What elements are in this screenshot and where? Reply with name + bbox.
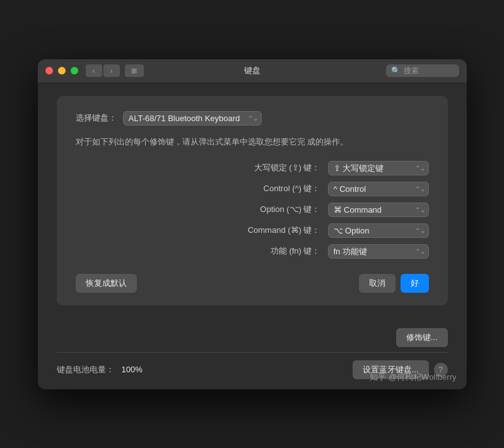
panel-buttons: 恢复成默认 取消 好 (76, 274, 429, 293)
minimize-button[interactable] (58, 67, 66, 74)
search-icon: 🔍 (391, 66, 401, 75)
battery-label: 键盘电池电量： (57, 364, 114, 375)
grid-button[interactable]: ⊞ (125, 64, 144, 77)
caps-lock-select[interactable]: ⇪ 大写锁定键 ⌃ Control ⌥ Option ⌘ Command 无操作 (328, 161, 429, 175)
window-body: 选择键盘： ALT-68/71 Bluetooth Keyboard Inter… (38, 83, 467, 389)
forward-button[interactable]: › (103, 64, 120, 77)
modifier-row-control: Control (^) 键： ⇪ 大写锁定键 ^ Control ⌥ Optio… (76, 182, 429, 196)
caps-lock-label: 大写锁定 (⇪) 键： (232, 162, 320, 174)
control-select[interactable]: ⇪ 大写锁定键 ^ Control ⌥ Option ⌘ Command 无操作 (328, 182, 429, 196)
caps-lock-select-wrapper: ⇪ 大写锁定键 ⌃ Control ⌥ Option ⌘ Command 无操作 (328, 161, 429, 175)
modifier-row-caps: 大写锁定 (⇪) 键： ⇪ 大写锁定键 ⌃ Control ⌥ Option ⌘… (76, 161, 429, 175)
battery-value: 100% (122, 365, 143, 374)
description-text: 对于如下列出的每个修饰键，请从弹出式菜单中选取您想要它完 成的操作。 (76, 136, 429, 148)
fn-select[interactable]: fn 功能键 ⇪ 大写锁定键 ⌃ Control ⌥ Option ⌘ Comm… (328, 244, 429, 259)
command-select-wrapper: ⇪ 大写锁定键 ⌃ Control ⌥ Option ⌘ Command 无操作 (328, 223, 429, 238)
keyboard-selector-row: 选择键盘： ALT-68/71 Bluetooth Keyboard Inter… (76, 111, 429, 126)
modify-keys-button[interactable]: 修饰键... (396, 328, 448, 347)
maximize-button[interactable] (71, 67, 78, 74)
panel-right-buttons: 取消 好 (359, 274, 429, 293)
battery-left: 键盘电池电量： 100% (57, 364, 143, 375)
keyboard-window: ‹ › ⊞ 键盘 🔍 选择键盘： ALT-68/71 Bluetooth Key… (38, 59, 467, 389)
search-input[interactable] (404, 66, 454, 75)
restore-default-button[interactable]: 恢复成默认 (76, 274, 137, 293)
search-bar[interactable]: 🔍 (386, 64, 459, 77)
window-title: 键盘 (244, 65, 261, 76)
modifier-row-fn: 功能 (fn) 键： fn 功能键 ⇪ 大写锁定键 ⌃ Control ⌥ Op… (76, 244, 429, 259)
close-button[interactable] (45, 67, 53, 74)
option-label: Option (⌥) 键： (232, 204, 320, 215)
option-select[interactable]: ⇪ 大写锁定键 ⌃ Control ⌥ Option ⌘ Command 无操作 (328, 203, 429, 217)
control-select-wrapper: ⇪ 大写锁定键 ^ Control ⌥ Option ⌘ Command 无操作 (328, 182, 429, 196)
modifier-row-option: Option (⌥) 键： ⇪ 大写锁定键 ⌃ Control ⌥ Option… (76, 203, 429, 217)
nav-buttons: ‹ › (86, 64, 120, 77)
fn-select-wrapper: fn 功能键 ⇪ 大写锁定键 ⌃ Control ⌥ Option ⌘ Comm… (328, 244, 429, 259)
option-select-wrapper: ⇪ 大写锁定键 ⌃ Control ⌥ Option ⌘ Command 无操作 (328, 203, 429, 217)
watermark: 知乎 @何枸杞Wolfberry (370, 372, 456, 383)
traffic-lights (45, 67, 78, 74)
keyboard-select[interactable]: ALT-68/71 Bluetooth Keyboard Internal Ke… (123, 111, 262, 126)
keyboard-select-wrapper: ALT-68/71 Bluetooth Keyboard Internal Ke… (123, 111, 262, 126)
settings-panel: 选择键盘： ALT-68/71 Bluetooth Keyboard Inter… (57, 96, 448, 305)
keyboard-selector-label: 选择键盘： (76, 112, 117, 124)
command-select[interactable]: ⇪ 大写锁定键 ⌃ Control ⌥ Option ⌘ Command 无操作 (328, 223, 429, 238)
titlebar: ‹ › ⊞ 键盘 🔍 (38, 59, 467, 83)
back-button[interactable]: ‹ (86, 64, 102, 77)
top-section: 选择键盘： ALT-68/71 Bluetooth Keyboard Inter… (38, 83, 467, 312)
modifier-rows: 大写锁定 (⇪) 键： ⇪ 大写锁定键 ⌃ Control ⌥ Option ⌘… (76, 161, 429, 259)
modify-keys-area: 修饰键... (57, 318, 448, 352)
ok-button[interactable]: 好 (401, 274, 429, 293)
fn-label: 功能 (fn) 键： (232, 245, 320, 257)
modifier-row-command: Command (⌘) 键： ⇪ 大写锁定键 ⌃ Control ⌥ Optio… (76, 223, 429, 238)
control-label: Control (^) 键： (232, 183, 320, 194)
command-label: Command (⌘) 键： (232, 225, 320, 236)
battery-row: 键盘电池电量： 100% 设置蓝牙键盘... ? (57, 352, 448, 389)
cancel-button[interactable]: 取消 (359, 274, 396, 293)
